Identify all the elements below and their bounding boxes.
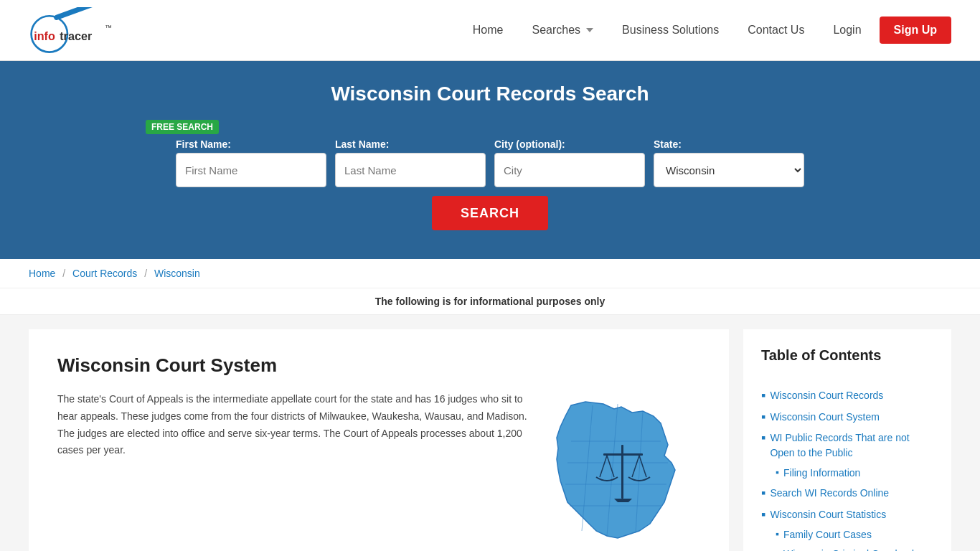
toc-link-court-stats[interactable]: Wisconsin Court Statistics xyxy=(770,507,886,522)
toc-link-family-court[interactable]: Family Court Cases xyxy=(783,527,872,542)
state-label: State: xyxy=(654,138,682,150)
svg-rect-1 xyxy=(53,7,98,21)
city-input[interactable] xyxy=(494,153,645,187)
main-content: Wisconsin Court System The state's Court… xyxy=(0,329,980,551)
article-body-text: The state's Court of Appeals is the inte… xyxy=(57,391,528,459)
list-item: ▪ WI Public Records That are not Open to… xyxy=(761,428,933,463)
city-label: City (optional): xyxy=(494,138,565,150)
list-item: ▪ Family Court Cases xyxy=(776,525,933,545)
nav-contact[interactable]: Contact Us xyxy=(733,17,819,44)
svg-text:info: info xyxy=(34,29,55,42)
nav-login[interactable]: Login xyxy=(819,17,875,44)
info-bar: The following is for informational purpo… xyxy=(0,288,980,315)
list-item: ▪ Search WI Records Online xyxy=(761,483,933,504)
toc-link-search-wi[interactable]: Search WI Records Online xyxy=(770,486,889,501)
searches-chevron-icon xyxy=(586,28,593,32)
toc-link-court-system[interactable]: Wisconsin Court System xyxy=(770,410,879,425)
breadcrumb-home[interactable]: Home xyxy=(29,268,55,279)
sidebar-toc: Table of Contents ▪ Wisconsin Court Reco… xyxy=(743,329,951,551)
list-item: ▪ Wisconsin Court Records xyxy=(761,385,933,407)
logo[interactable]: info tracer ™ xyxy=(29,7,158,54)
search-button[interactable]: SEARCH xyxy=(432,196,548,230)
svg-text:tracer: tracer xyxy=(60,29,93,42)
hero-section: Wisconsin Court Records Search FREE SEAR… xyxy=(0,61,980,259)
main-nav: Home Searches Business Solutions Contact… xyxy=(458,17,951,44)
svg-rect-12 xyxy=(621,445,623,499)
toc-sub-list: ▪ Filing Information xyxy=(761,463,933,483)
nav-searches[interactable]: Searches xyxy=(517,17,608,44)
free-badge: FREE SEARCH xyxy=(146,120,219,134)
toc-heading: Table of Contents xyxy=(761,347,933,371)
svg-text:™: ™ xyxy=(105,24,112,32)
list-item: ▪ Wisconsin Criminal Caseloads xyxy=(776,545,933,551)
toc-link-wi-public-records[interactable]: WI Public Records That are not Open to t… xyxy=(770,430,933,461)
last-name-label: Last Name: xyxy=(335,138,389,150)
list-item: ▪ Wisconsin Court System xyxy=(761,407,933,428)
list-item: ▪ Filing Information xyxy=(776,463,933,483)
svg-rect-13 xyxy=(603,453,643,456)
toc-link-filing-info[interactable]: Filing Information xyxy=(783,466,860,481)
search-form: First Name: Last Name: City (optional): … xyxy=(146,138,834,230)
toc-link-criminal-caseloads[interactable]: Wisconsin Criminal Caseloads xyxy=(783,547,919,551)
toc-sub-list-2: ▪ Family Court Cases ▪ Wisconsin Crimina… xyxy=(761,525,933,551)
toc-list: ▪ Wisconsin Court Records ▪ Wisconsin Co… xyxy=(761,385,933,551)
article-images: Supreme Court ↑ xyxy=(542,391,700,551)
header: info tracer ™ Home Searches Business Sol… xyxy=(0,0,980,61)
hero-title: Wisconsin Court Records Search xyxy=(29,83,951,105)
state-select[interactable]: Wisconsin xyxy=(654,153,804,187)
last-name-input[interactable] xyxy=(335,153,486,187)
toc-link-court-records[interactable]: Wisconsin Court Records xyxy=(770,388,883,403)
article: Wisconsin Court System The state's Court… xyxy=(29,329,729,551)
first-name-input[interactable] xyxy=(176,153,326,187)
wisconsin-map-image xyxy=(542,391,700,551)
breadcrumb: Home / Court Records / Wisconsin xyxy=(0,259,980,288)
nav-signup-button[interactable]: Sign Up xyxy=(880,17,951,44)
nav-home[interactable]: Home xyxy=(458,17,518,44)
first-name-label: First Name: xyxy=(176,138,231,150)
article-title: Wisconsin Court System xyxy=(57,354,700,377)
breadcrumb-wisconsin[interactable]: Wisconsin xyxy=(154,268,200,279)
breadcrumb-court-records[interactable]: Court Records xyxy=(72,268,137,279)
nav-business[interactable]: Business Solutions xyxy=(608,17,733,44)
list-item: ▪ Wisconsin Court Statistics xyxy=(761,504,933,526)
